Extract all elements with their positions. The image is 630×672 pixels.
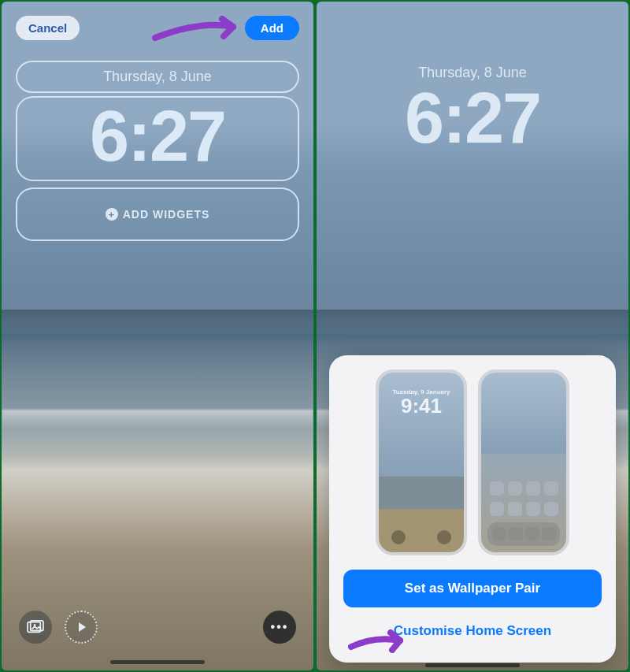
play-icon (79, 622, 86, 632)
date-widget[interactable]: Thursday, 8 June (16, 61, 299, 93)
plus-icon: + (106, 208, 118, 221)
preview-time: 9:41 (379, 395, 464, 416)
ellipsis-icon: ••• (271, 621, 289, 633)
time-text: 6:27 (22, 101, 293, 172)
lockscreen-pair-prompt: Thursday, 8 June 6:27 Tuesday, 9 January… (317, 2, 628, 670)
add-button[interactable]: Add (245, 16, 299, 40)
home-indicator (425, 663, 520, 667)
live-photo-button[interactable] (65, 611, 98, 644)
set-wallpaper-pair-button[interactable]: Set as Wallpaper Pair (343, 570, 602, 607)
wallpaper-pair-sheet: Tuesday, 9 January 9:41 (329, 355, 616, 663)
more-button[interactable]: ••• (263, 611, 296, 644)
gallery-icon (27, 620, 44, 634)
homescreen-preview (478, 369, 569, 555)
customise-home-screen-button[interactable]: Customise Home Screen (343, 615, 602, 647)
add-widgets-label: ADD WIDGETS (123, 208, 210, 221)
time-widget[interactable]: 6:27 (16, 96, 299, 181)
photos-button[interactable] (19, 611, 52, 644)
cancel-button[interactable]: Cancel (16, 16, 80, 40)
add-widgets-button[interactable]: + ADD WIDGETS (16, 187, 299, 241)
home-indicator (110, 660, 205, 664)
lockscreen-editor: Cancel Add Thursday, 8 June 6:27 + ADD W… (2, 2, 313, 670)
lockscreen-preview: Tuesday, 9 January 9:41 (376, 369, 467, 555)
time-text: 6:27 (317, 83, 628, 154)
